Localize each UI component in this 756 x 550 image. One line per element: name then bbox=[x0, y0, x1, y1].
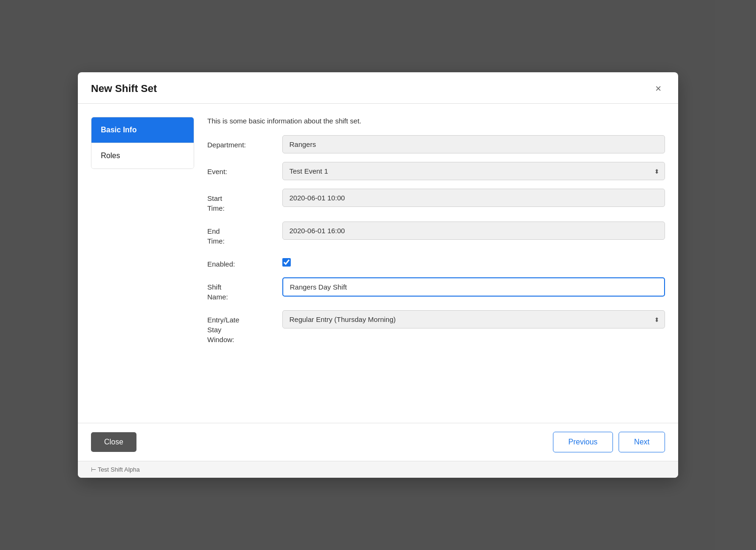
end-time-label: EndTime: bbox=[207, 222, 282, 246]
modal-dialog: New Shift Set × Basic Info Roles This is… bbox=[78, 72, 678, 478]
shift-name-label: ShiftName: bbox=[207, 277, 282, 302]
close-button[interactable]: Close bbox=[91, 432, 136, 452]
sidebar: Basic Info Roles bbox=[91, 117, 194, 169]
event-select-wrapper: Test Event 1 bbox=[282, 162, 665, 180]
modal-header: New Shift Set × bbox=[78, 72, 678, 104]
enabled-label: Enabled: bbox=[207, 254, 282, 269]
shift-name-input[interactable] bbox=[282, 277, 665, 297]
modal-title: New Shift Set bbox=[91, 83, 157, 95]
enabled-checkbox-wrapper bbox=[282, 254, 665, 267]
form-row-start-time: StartTime: bbox=[207, 189, 665, 213]
end-time-input[interactable] bbox=[282, 222, 665, 240]
footer-nav-buttons: Previous Next bbox=[553, 432, 665, 452]
start-time-field bbox=[282, 189, 665, 207]
event-label: Event: bbox=[207, 162, 282, 176]
form-description: This is some basic information about the… bbox=[207, 117, 665, 125]
previous-button[interactable]: Previous bbox=[553, 432, 613, 452]
sidebar-item-roles[interactable]: Roles bbox=[91, 143, 194, 168]
modal-overlay: New Shift Set × Basic Info Roles This is… bbox=[0, 0, 756, 550]
department-input[interactable] bbox=[282, 135, 665, 153]
end-time-field bbox=[282, 222, 665, 240]
entry-window-select-wrapper: Regular Entry (Thursday Morning) bbox=[282, 310, 665, 328]
form-row-shift-name: ShiftName: bbox=[207, 277, 665, 302]
entry-window-select[interactable]: Regular Entry (Thursday Morning) bbox=[282, 310, 665, 328]
enabled-checkbox[interactable] bbox=[282, 258, 291, 267]
form-row-event: Event: Test Event 1 bbox=[207, 162, 665, 180]
form-rows: Department: Event: Test Event 1 bbox=[207, 135, 665, 344]
department-field bbox=[282, 135, 665, 153]
form-row-enabled: Enabled: bbox=[207, 254, 665, 269]
next-button[interactable]: Next bbox=[619, 432, 665, 452]
start-time-input[interactable] bbox=[282, 189, 665, 207]
form-area: This is some basic information about the… bbox=[207, 117, 665, 410]
form-row-department: Department: bbox=[207, 135, 665, 153]
entry-window-label: Entry/LateStayWindow: bbox=[207, 310, 282, 344]
bottom-hint: ⊢ Test Shift Alpha bbox=[78, 461, 678, 478]
shift-name-field bbox=[282, 277, 665, 297]
department-label: Department: bbox=[207, 135, 282, 150]
modal-body: Basic Info Roles This is some basic info… bbox=[78, 104, 678, 423]
sidebar-item-basic-info[interactable]: Basic Info bbox=[91, 117, 194, 143]
modal-footer: Close Previous Next bbox=[78, 423, 678, 461]
event-select[interactable]: Test Event 1 bbox=[282, 162, 665, 180]
start-time-label: StartTime: bbox=[207, 189, 282, 213]
form-row-end-time: EndTime: bbox=[207, 222, 665, 246]
form-row-entry-window: Entry/LateStayWindow: Regular Entry (Thu… bbox=[207, 310, 665, 344]
close-icon-button[interactable]: × bbox=[651, 82, 665, 96]
